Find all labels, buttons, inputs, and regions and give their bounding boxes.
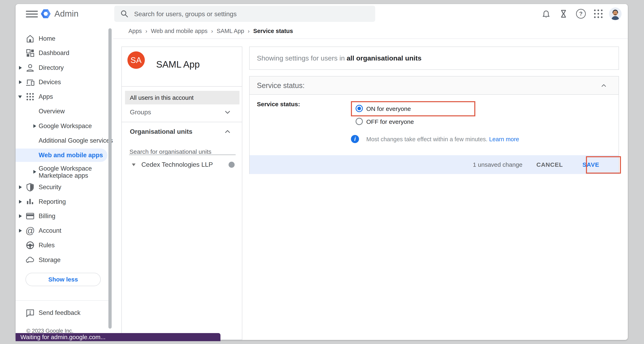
scope-summary-card: Showing settings for users inall organis…: [249, 47, 619, 70]
section-title: Service status:: [257, 77, 304, 95]
show-less-button[interactable]: Show less: [26, 273, 101, 286]
sidebar-item-gw-marketplace-apps[interactable]: Google Workspace Marketplace apps: [16, 162, 108, 182]
sidebar-item-storage[interactable]: Storage: [16, 253, 108, 266]
tasks-hourglass-icon[interactable]: [559, 9, 568, 19]
browser-status-bar: Waiting for admin.google.com...: [16, 333, 220, 341]
save-footer-bar: 1 unsaved change CANCEL SAVE: [250, 155, 618, 174]
product-title: Admin: [54, 4, 78, 24]
breadcrumb-current-page: Service status: [253, 28, 293, 34]
scope-summary-text: Showing settings for users inall organis…: [257, 47, 422, 69]
sidebar-item-dashboard[interactable]: Dashboard: [16, 47, 108, 60]
sidebar-item-overview[interactable]: Overview: [16, 105, 108, 118]
sidebar-item-billing[interactable]: Billing: [16, 210, 108, 223]
expand-arrow-icon[interactable]: [19, 200, 22, 204]
sidebar-item-rules[interactable]: Rules: [16, 239, 108, 252]
breadcrumb-separator: ›: [248, 28, 250, 34]
collapse-section-icon[interactable]: [600, 82, 608, 89]
all-users-scope-item[interactable]: All users in this account: [125, 91, 240, 104]
app-avatar: SA: [128, 51, 145, 69]
bar-chart-icon: [25, 197, 35, 207]
sidebar-item-account[interactable]: @ Account: [16, 224, 108, 237]
status-text: Waiting for admin.google.com...: [20, 333, 106, 341]
org-units-search-input[interactable]: [129, 147, 235, 156]
user-avatar[interactable]: [609, 8, 622, 20]
radio-on-for-everyone[interactable]: [356, 105, 363, 112]
sidebar-item-additional-google-services[interactable]: Additional Google services: [16, 134, 108, 147]
cancel-button[interactable]: CANCEL: [536, 155, 563, 174]
sidebar-item-apps[interactable]: Apps: [16, 90, 108, 103]
sidebar-item-security[interactable]: Security: [16, 181, 108, 194]
groups-section-label[interactable]: Groups: [130, 103, 151, 122]
help-icon[interactable]: ?: [576, 9, 586, 19]
expand-arrow-icon[interactable]: [33, 124, 36, 128]
unsaved-changes-text: 1 unsaved change: [473, 155, 522, 174]
info-icon: i: [351, 135, 359, 143]
admin-console-window: Admin ? Apps›Web and mobile: [16, 4, 628, 340]
feedback-icon: [25, 308, 35, 318]
info-message: Most changes take effect within a few mi…: [366, 136, 519, 143]
annotation-highlight-save-button: [586, 156, 621, 174]
sidebar-scrollbar[interactable]: [108, 28, 112, 329]
org-search-underline: [129, 155, 236, 155]
service-status-section-header[interactable]: Service status:: [250, 77, 618, 95]
breadcrumb-apps[interactable]: Apps: [128, 28, 142, 34]
sidebar-item-directory[interactable]: Directory: [16, 61, 108, 74]
sidebar-item-reporting[interactable]: Reporting: [16, 195, 108, 208]
org-unit-status-dot: [228, 162, 234, 168]
learn-more-link[interactable]: Learn more: [489, 136, 519, 142]
sidebar-item-devices[interactable]: Devices: [16, 76, 108, 89]
chevron-up-icon[interactable]: [224, 128, 231, 135]
breadcrumb-separator: ›: [146, 28, 147, 34]
expand-arrow-icon[interactable]: [33, 170, 36, 174]
radio-off-label[interactable]: OFF for everyone: [366, 118, 414, 125]
radio-on-label[interactable]: ON for everyone: [366, 105, 411, 112]
shield-icon: [25, 182, 35, 192]
home-icon: [25, 34, 35, 44]
expand-arrow-icon[interactable]: [19, 229, 22, 232]
breadcrumb: Apps›Web and mobile apps›SAML App›Servic…: [113, 24, 628, 39]
person-icon: [25, 63, 35, 73]
devices-icon: [25, 77, 35, 87]
chevron-down-icon[interactable]: [224, 109, 231, 116]
expand-arrow-icon[interactable]: [19, 214, 22, 218]
notifications-bell-icon[interactable]: [541, 9, 551, 19]
expand-arrow-icon[interactable]: [19, 185, 22, 189]
org-unit-root[interactable]: Cedex Technologies LLP: [142, 161, 213, 168]
apps-icon: [25, 92, 35, 102]
admin-hexagon-logo[interactable]: [40, 8, 51, 20]
expand-arrow-icon[interactable]: [19, 66, 22, 70]
sidebar-divider: [16, 300, 111, 301]
search-input[interactable]: [134, 6, 367, 22]
service-status-field-label: Service status:: [257, 101, 300, 108]
expand-arrow-icon[interactable]: [19, 80, 22, 84]
panel-divider: [122, 86, 242, 87]
sidebar-item-web-and-mobile-apps[interactable]: Web and mobile apps: [16, 149, 108, 162]
steering-wheel-icon: [25, 240, 35, 250]
credit-card-icon: [25, 211, 35, 221]
radio-off-for-everyone[interactable]: [356, 118, 363, 125]
service-status-card: Service status: Service status: ON for e…: [249, 76, 619, 174]
dashboard-icon: [25, 48, 35, 58]
breadcrumb-web-and-mobile-apps[interactable]: Web and mobile apps: [151, 28, 208, 34]
app-title: SAML App: [156, 59, 200, 70]
app-scope-panel: SA SAML App All users in this account Gr…: [121, 47, 242, 340]
collapse-arrow-icon[interactable]: [18, 96, 22, 98]
apps-grid-icon[interactable]: [594, 9, 603, 19]
org-tree-collapse-icon[interactable]: [132, 164, 136, 166]
sidebar-item-google-workspace[interactable]: Google Workspace: [16, 120, 108, 133]
global-search[interactable]: [114, 6, 375, 22]
cloud-icon: [25, 255, 35, 265]
send-feedback-button[interactable]: Send feedback: [16, 306, 108, 319]
breadcrumb-saml-app[interactable]: SAML App: [216, 28, 244, 34]
sidebar-item-home[interactable]: Home: [16, 32, 108, 45]
org-units-section-label[interactable]: Organisational units: [130, 122, 192, 141]
at-sign-icon: @: [25, 226, 35, 235]
breadcrumb-separator: ›: [211, 28, 213, 34]
menu-icon[interactable]: [26, 11, 38, 18]
search-icon: [120, 9, 129, 18]
